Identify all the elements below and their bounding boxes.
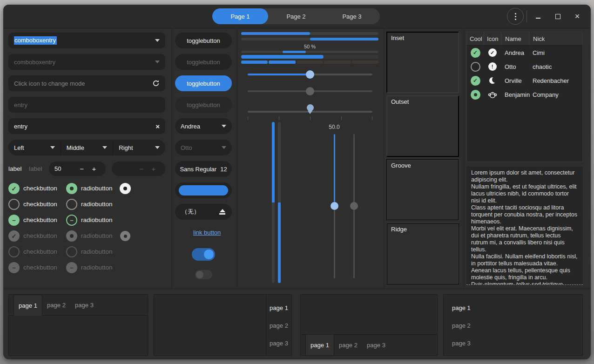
spin-value: 50 — [54, 165, 61, 172]
column-header-cool[interactable]: Cool — [467, 32, 484, 45]
scale-handle-disabled — [306, 87, 314, 95]
cool-radio-icon[interactable] — [471, 90, 480, 100]
scale-vertical-handle[interactable] — [331, 202, 338, 210]
notebook-tab[interactable]: page 1 — [266, 300, 291, 316]
notebook-tabs-right: page 1 page 2 page 3 — [154, 294, 292, 356]
spin-plus-button: + — [148, 165, 160, 173]
spinbutton[interactable]: 50 − + — [49, 162, 106, 176]
tab-page-1[interactable]: Page 1 — [212, 8, 268, 24]
radiobutton-indeterminate-disabled: − — [66, 262, 77, 273]
notebook-tab[interactable]: page 3 — [362, 335, 390, 355]
upload-icon — [219, 209, 225, 215]
scale-pin-handle[interactable] — [307, 104, 314, 111]
notebook-tab-strip: page 1 page 2 page 3 — [444, 295, 480, 355]
checkbutton-checked[interactable]: ✓ — [8, 183, 20, 194]
frame-label: Inset — [391, 34, 404, 41]
checkbutton-indeterminate[interactable]: − — [8, 215, 20, 226]
comboboxentry-disabled: comboboxentry — [8, 54, 165, 70]
checkbutton-unchecked[interactable] — [8, 199, 20, 210]
chevron-down-icon — [155, 61, 160, 63]
checkbutton-indeterminate-disabled: − — [8, 262, 20, 273]
notebook-tab[interactable]: page 1 — [444, 300, 480, 316]
table-row[interactable]: ✓ Orville Redenbacher — [467, 74, 582, 88]
table-row[interactable]: ! Otto chaotic — [467, 60, 582, 74]
chevron-down-icon — [155, 39, 160, 42]
spin-minus-button[interactable]: − — [76, 165, 88, 173]
kebab-menu-button[interactable] — [507, 8, 524, 25]
notebook-tab[interactable]: page 2 — [334, 335, 362, 355]
color-button[interactable] — [175, 182, 232, 198]
notebook-tab[interactable]: page 1 — [305, 335, 334, 356]
levelbar-continuous — [241, 55, 378, 59]
chevron-down-icon — [155, 146, 160, 149]
radiobutton-selection-mode[interactable] — [120, 183, 131, 194]
column-header-nick[interactable]: Nick — [529, 32, 582, 45]
cool-check-icon[interactable] — [471, 62, 480, 72]
dropdown-middle[interactable]: Middle — [61, 140, 113, 155]
checkbutton-unchecked-disabled — [8, 246, 20, 257]
scale-mark — [248, 116, 248, 120]
notebook-tab[interactable]: page 1 — [14, 295, 42, 316]
notebook-tab[interactable]: page 3 — [70, 295, 98, 315]
chevron-down-icon — [102, 146, 107, 149]
togglebutton[interactable]: togglebutton — [175, 33, 232, 48]
notebook-tab-strip: page 1 page 2 page 3 — [266, 295, 291, 355]
tab-page-3[interactable]: Page 3 — [324, 8, 380, 24]
radiobutton-unchecked-disabled — [66, 246, 77, 257]
spinbutton-disabled: − + — [112, 162, 165, 176]
dropdown-right[interactable]: Right — [113, 140, 165, 155]
cool-check-icon[interactable]: ✓ — [471, 48, 480, 58]
notebook-tab-strip: page 1 page 2 page 3 — [301, 334, 437, 355]
cool-check-icon[interactable]: ✓ — [471, 76, 480, 86]
notebook-tab[interactable]: page 2 — [266, 317, 291, 333]
column-header-name[interactable]: Name — [501, 32, 529, 45]
notebook-tabs-bottom: page 1 page 2 page 3 — [300, 294, 438, 356]
scale-vertical-fill[interactable] — [334, 134, 335, 202]
scale-vertical-track[interactable] — [334, 209, 335, 278]
link-button[interactable]: link button — [193, 229, 221, 236]
table-header: Cool Icon Name Nick — [467, 32, 582, 46]
label: label — [8, 163, 22, 175]
close-button[interactable]: × — [572, 11, 583, 22]
refresh-icon[interactable] — [152, 80, 160, 87]
chevron-down-icon — [222, 146, 226, 149]
file-chooser-button[interactable]: （无） — [175, 204, 232, 220]
column-header-icon[interactable]: Icon — [484, 32, 501, 45]
radiobutton-unchecked[interactable] — [66, 199, 77, 210]
scale-mark — [372, 116, 372, 120]
clear-icon[interactable]: × — [155, 122, 160, 130]
textview[interactable]: Lorem ipsum dolor sit amet, consectetur … — [466, 167, 583, 285]
tab-page-2[interactable]: Page 2 — [268, 8, 324, 24]
minimize-button[interactable] — [533, 11, 544, 22]
entry-change-mode[interactable]: Click icon to change mode — [8, 75, 165, 91]
maximize-button[interactable] — [552, 11, 563, 22]
scale-mark — [310, 116, 310, 120]
chevron-down-icon — [50, 146, 55, 149]
notebook-tabs-top: page 1 page 2 page 3 — [8, 294, 148, 356]
comboboxentry[interactable]: comboboxentry — [8, 33, 165, 48]
notebook-tab[interactable]: page 3 — [266, 335, 291, 351]
table-row[interactable]: ✓ ✓ Andrea Cimi — [467, 46, 582, 60]
entry-clearable[interactable]: entry × — [8, 118, 165, 134]
frame-groove: Groove — [386, 159, 459, 221]
notebook-tab[interactable]: page 3 — [444, 335, 480, 351]
radiobutton-indeterminate[interactable]: − — [66, 215, 77, 226]
checkbutton-checked-disabled: ✓ — [8, 230, 20, 242]
emblem-check-icon: ✓ — [488, 48, 497, 57]
spin-plus-button[interactable]: + — [88, 165, 100, 173]
separator — [3, 289, 591, 289]
scale-handle[interactable] — [306, 70, 314, 79]
togglebutton-active[interactable]: togglebutton — [175, 75, 232, 91]
dropdown-name[interactable]: Andrea — [175, 118, 232, 134]
scale-value-label: 50.0 — [318, 124, 351, 130]
entry-text: entry — [14, 123, 27, 130]
notebook-tab[interactable]: page 2 — [444, 317, 480, 333]
progressbar-vertical-bottom — [278, 122, 281, 283]
emblem-important-icon: ! — [488, 62, 497, 71]
radiobutton-checked[interactable] — [66, 183, 77, 194]
table-row[interactable]: Benjamin Company — [467, 88, 582, 101]
app-window: Page 1 Page 2 Page 3 × comboboxentry com… — [3, 5, 591, 359]
notebook-tab[interactable]: page 2 — [42, 295, 70, 315]
font-button[interactable]: Sans Regular 12 — [175, 161, 232, 177]
dropdown-left[interactable]: Left — [8, 140, 61, 155]
